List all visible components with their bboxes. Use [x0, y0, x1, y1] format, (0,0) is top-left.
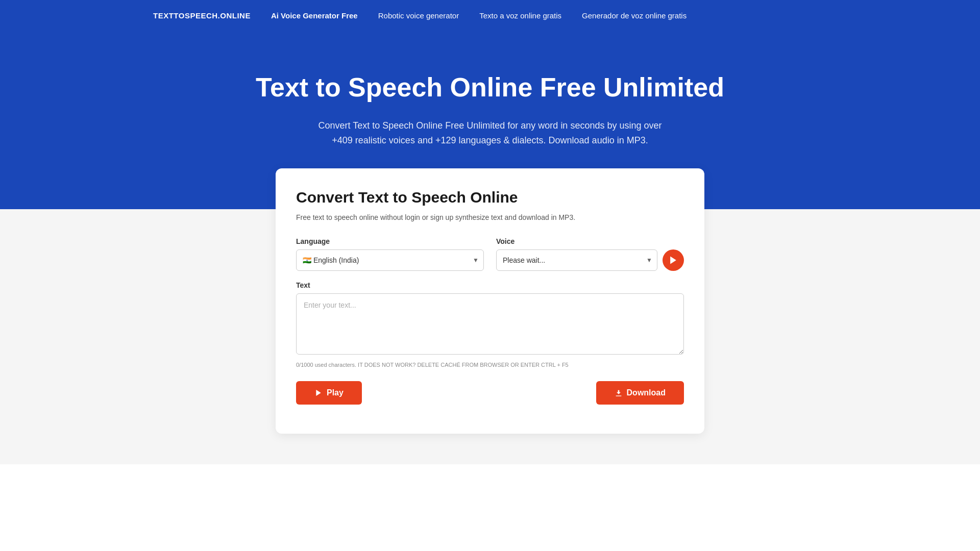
- language-select-wrapper: 🇮🇳 English (India) ▼: [296, 249, 484, 271]
- nav-brand[interactable]: TEXTTOSPEECH.ONLINE: [153, 11, 251, 20]
- language-group: Language 🇮🇳 English (India) ▼: [296, 237, 484, 271]
- svg-marker-1: [316, 390, 321, 396]
- download-button[interactable]: Download: [596, 381, 684, 405]
- download-icon: [615, 389, 623, 397]
- nav-link-robotic[interactable]: Robotic voice generator: [378, 11, 459, 20]
- voice-row: Please wait... ▼: [496, 249, 684, 271]
- nav-link-ai-voice[interactable]: Ai Voice Generator Free: [271, 11, 358, 20]
- voice-group: Voice Please wait... ▼: [496, 237, 684, 271]
- voice-select-wrapper: Please wait... ▼: [496, 249, 657, 271]
- buttons-row: Play Download: [296, 381, 684, 405]
- play-triangle-icon: [668, 255, 678, 265]
- hero-subtitle: Convert Text to Speech Online Free Unlim…: [311, 118, 669, 148]
- play-icon: [314, 389, 323, 397]
- form-row-lang-voice: Language 🇮🇳 English (India) ▼ Voice Plea…: [296, 237, 684, 271]
- text-input[interactable]: [296, 293, 684, 355]
- converter-card: Convert Text to Speech Online Free text …: [276, 168, 704, 434]
- download-button-label: Download: [627, 388, 666, 397]
- card-title: Convert Text to Speech Online: [296, 189, 684, 206]
- nav-link-generador[interactable]: Generador de voz online gratis: [582, 11, 687, 20]
- hero-title: Text to Speech Online Free Unlimited: [153, 71, 827, 103]
- text-group: Text: [296, 281, 684, 357]
- char-counter-info: 0/1000 used characters. IT DOES NOT WORK…: [296, 361, 684, 369]
- language-select[interactable]: 🇮🇳 English (India): [296, 249, 484, 271]
- card-description: Free text to speech online without login…: [296, 212, 684, 223]
- voice-label: Voice: [496, 237, 684, 245]
- voice-select[interactable]: Please wait...: [496, 249, 657, 271]
- language-label: Language: [296, 237, 484, 245]
- voice-preview-button[interactable]: [663, 249, 684, 271]
- nav-link-texto[interactable]: Texto a voz online gratis: [479, 11, 561, 20]
- text-label: Text: [296, 281, 684, 289]
- main-content: Convert Text to Speech Online Free text …: [0, 209, 980, 464]
- play-button-label: Play: [327, 388, 344, 397]
- play-button[interactable]: Play: [296, 381, 362, 405]
- svg-marker-0: [670, 256, 676, 264]
- navigation: TEXTTOSPEECH.ONLINE Ai Voice Generator F…: [0, 0, 980, 31]
